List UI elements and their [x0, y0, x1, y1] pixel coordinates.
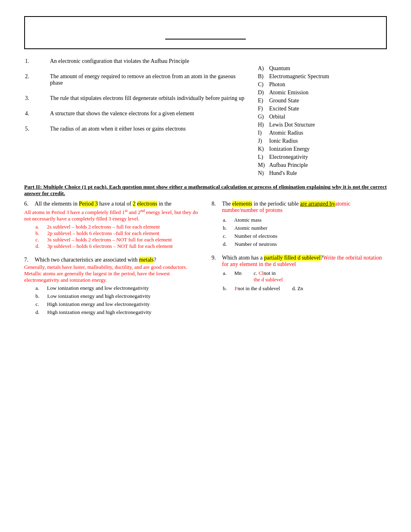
q6-text-pre: All the elements in [35, 201, 79, 207]
q9-opt-a: a. Mn [223, 270, 242, 283]
vocab-item: 1.An electronic configuration that viola… [24, 57, 250, 65]
q7-suboptions: a. Low ionization energy and low electro… [35, 285, 199, 316]
q9-highlight-dsublevel: partially filled d sublevel [264, 255, 320, 261]
choice-text: Aufbau Principle [269, 162, 308, 168]
q8-suboptions: a. Atomic mass b. Atomic number c. Numbe… [223, 217, 387, 247]
q7-num: 7. [24, 257, 32, 263]
vocab-choice: G)Orbital [258, 114, 387, 120]
part2-header: Part II: Multiple Choice (1 pt each). Ea… [24, 184, 387, 197]
q6-opt-d: d. 3p sublevel – holds 6 electrons – NOT… [35, 243, 199, 249]
choice-letter: H) [258, 122, 269, 128]
choice-text: Lewis Dot Structure [269, 122, 315, 128]
vocab-choice: E)Ground State [258, 98, 387, 104]
q6-highlight-period: Period 3 [79, 201, 98, 207]
vocab-item: 2.The amount of energy required to remov… [24, 73, 250, 87]
vocab-choice: F)Excited State [258, 106, 387, 112]
choice-letter: B) [258, 73, 269, 80]
vocab-choice: D)Atomic Emission [258, 89, 387, 96]
q9-opt-c: c. Clnot in the d sublevel [254, 270, 283, 283]
q7-opt-a: a. Low ionization energy and low electro… [35, 285, 199, 291]
choice-text: Electromagnetic Spectrum [269, 73, 329, 80]
vocab-section: 1.An electronic configuration that viola… [24, 57, 387, 178]
vocab-item: 3.The rule that stipulates electrons fil… [24, 94, 250, 102]
choice-letter: E) [258, 98, 269, 104]
q6-row: 6. All the elements in Period 3 have a t… [24, 201, 199, 207]
q9-num: 9. [212, 255, 220, 261]
vocab-choice: J)Ionic Radius [258, 138, 387, 144]
question-8: 8. The elements in the periodic table ar… [212, 201, 387, 247]
q9-opt-b: b. Fnot in the d sublevel [223, 285, 280, 292]
q6-suboptions: a. 2s sublevel – holds 2 electrons – ful… [35, 224, 199, 249]
choice-letter: I) [258, 130, 269, 136]
q7-row: 7. Which two characteristics are associa… [24, 257, 199, 263]
vocab-choice: H)Lewis Dot Structure [258, 122, 387, 128]
q6-text-mid: have a total of [98, 201, 133, 207]
choice-letter: J) [258, 138, 269, 144]
q8-text-pre: The [222, 201, 232, 207]
choice-letter: K) [258, 146, 269, 152]
choice-text: Atomic Emission [269, 89, 309, 96]
vocab-definitions: 1.An electronic configuration that viola… [24, 57, 258, 178]
q6-explanation: All atoms in Period 3 have a completely … [24, 208, 199, 222]
header-box [24, 16, 387, 49]
vocab-choice: I)Atomic Radius [258, 130, 387, 136]
col-right: 8. The elements in the periodic table ar… [212, 201, 387, 323]
choice-letter: L) [258, 154, 269, 160]
vocab-choice: M)Aufbau Principle [258, 162, 387, 168]
q8-highlight-elements: elements [232, 201, 252, 207]
q8-opt-a: a. Atomic mass [223, 217, 387, 223]
choice-text: Excited State [269, 106, 299, 112]
q6-highlight-electrons: electrons [137, 201, 158, 207]
q7-explanation: Generally, metals have luster, malleabil… [24, 264, 199, 283]
q7-text-pre: Which two characteristics are associated… [35, 257, 139, 263]
choice-text: Hund's Rule [269, 170, 297, 177]
choice-text: Ionic Radius [269, 138, 298, 144]
q7-text-end: ? [154, 257, 156, 263]
vocab-choice: K)Ionization Energy [258, 146, 387, 152]
q6-opt-b: b. 2p sublevel – holds 6 electrons –full… [35, 230, 199, 237]
vocab-item: 4.A structure that shows the valence ele… [24, 110, 250, 118]
q7-highlight-metals: metals [139, 257, 154, 263]
choice-text: Orbital [269, 114, 285, 120]
q7-opt-b: b. Low ionization energy and high electr… [35, 293, 199, 299]
col-left: 6. All the elements in Period 3 have a t… [24, 201, 199, 323]
q6-num: 6. [24, 201, 32, 207]
q9-content: Which atom has a partially filled d subl… [222, 255, 387, 268]
q9-row: 9. Which atom has a partially filled d s… [212, 255, 387, 268]
choice-letter: A) [258, 65, 269, 72]
q6-content: All the elements in Period 3 have a tota… [35, 201, 199, 207]
q9-row-bd: b. Fnot in the d sublevel d. Zn [223, 285, 387, 292]
choice-letter: N) [258, 170, 269, 177]
q6-opt-a: a. 2s sublevel – holds 2 electrons – ful… [35, 224, 199, 230]
q8-content: The elements in the periodic table are a… [222, 201, 387, 214]
q9-opt-c-text: not in [264, 270, 276, 276]
choice-letter: D) [258, 89, 269, 96]
question-7: 7. Which two characteristics are associa… [24, 257, 199, 316]
q7-opt-d: d. High ionization energy and high elect… [35, 309, 199, 316]
q8-text-mid: in the periodic table [252, 201, 300, 207]
choice-text: Ground State [269, 98, 299, 104]
choice-text: Quantum [269, 65, 290, 72]
vocab-choice: C)Photon [258, 81, 387, 88]
q6-opt-c: c. 3s sublevel – holds 2 electrons – NOT… [35, 237, 199, 243]
question-6: 6. All the elements in Period 3 have a t… [24, 201, 199, 249]
choice-letter: G) [258, 114, 269, 120]
choice-letter: M) [258, 162, 269, 168]
choice-text: Ionization Energy [269, 146, 309, 152]
header-divider [165, 39, 246, 39]
q9-opt-c-red: Cl [259, 270, 264, 276]
choice-letter: F) [258, 106, 269, 112]
choice-text: Photon [269, 81, 285, 88]
q9-text-pre: Which atom has a [222, 255, 264, 261]
q9-opt-b-text: not in the d sublevel [237, 285, 280, 291]
q9-row-ac: a. Mn c. Clnot in the d sublevel [223, 270, 387, 283]
q6-text-end: in the [157, 201, 171, 207]
vocab-choice: A)Quantum [258, 65, 387, 72]
vocab-choice: N)Hund's Rule [258, 170, 387, 177]
q7-opt-c: c. High ionization energy and low electr… [35, 301, 199, 308]
vocab-item: 5.The radius of an atom when it either l… [24, 125, 250, 133]
q9-opt-d: d. Zn [292, 285, 303, 292]
q8-opt-b: b. Atomic number [223, 225, 387, 231]
q9-suboptions: a. Mn c. Clnot in the d sublevel b. Fnot… [223, 270, 387, 292]
vocab-choices: A)QuantumB)Electromagnetic SpectrumC)Pho… [258, 57, 387, 178]
